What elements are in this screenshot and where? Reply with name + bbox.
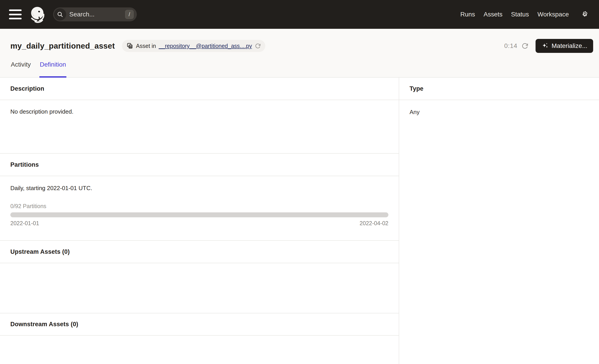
- reload-repository-icon[interactable]: [255, 43, 261, 49]
- repository-file-link[interactable]: __repository__@partitioned_ass....py: [159, 43, 252, 49]
- top-navbar: / Runs Assets Status Workspace: [0, 0, 599, 29]
- description-section-header: Description: [0, 78, 399, 100]
- partitions-section-body: Daily, starting 2022-01-01 UTC. 0/92 Par…: [0, 176, 399, 241]
- upstream-section-body: [0, 263, 399, 313]
- nav-link-assets[interactable]: Assets: [484, 11, 502, 18]
- partition-range-end: 2022-04-02: [360, 220, 388, 226]
- top-nav-links: Runs Assets Status Workspace: [460, 11, 589, 18]
- refresh-countdown: 0:14: [504, 42, 518, 50]
- downstream-section-header: Downstream Assets (0): [0, 313, 399, 336]
- partitions-date-range: 2022-01-01 2022-04-02: [10, 220, 388, 226]
- badge-prefix-label: Asset in: [136, 43, 156, 49]
- refresh-icon: [521, 43, 528, 50]
- partition-range-start: 2022-01-01: [10, 220, 39, 226]
- global-search[interactable]: /: [53, 8, 137, 21]
- search-input[interactable]: [66, 11, 125, 18]
- asset-tabs: Activity Definition: [10, 61, 66, 78]
- nav-link-status[interactable]: Status: [511, 11, 529, 18]
- dagster-logo[interactable]: [28, 4, 47, 25]
- repository-icon: [126, 43, 133, 49]
- partitions-summary: Daily, starting 2022-01-01 UTC.: [10, 176, 388, 192]
- downstream-section-body: [0, 336, 399, 364]
- sparkle-icon: [541, 42, 549, 50]
- hamburger-menu-icon[interactable]: [9, 9, 22, 19]
- partitions-progress-bar: [10, 212, 388, 217]
- gear-icon: [581, 11, 589, 18]
- search-shortcut-key: /: [125, 10, 134, 19]
- type-section-header: Type: [399, 78, 599, 100]
- asset-page-header: my_daily_partitioned_asset Asset in __re…: [0, 29, 599, 78]
- upstream-heading: Upstream Assets (0): [10, 248, 70, 255]
- description-section-body: No description provided.: [0, 100, 399, 154]
- tab-activity[interactable]: Activity: [10, 61, 31, 78]
- definition-content: Description No description provided. Par…: [0, 78, 599, 364]
- upstream-section-header: Upstream Assets (0): [0, 241, 399, 263]
- settings-button[interactable]: [581, 11, 589, 18]
- tab-definition[interactable]: Definition: [39, 61, 67, 78]
- materialize-button-label: Materialize...: [552, 42, 587, 50]
- partitions-section-header: Partitions: [0, 154, 399, 176]
- partitions-heading: Partitions: [10, 161, 39, 168]
- type-heading: Type: [410, 85, 423, 92]
- description-heading: Description: [10, 85, 44, 92]
- downstream-heading: Downstream Assets (0): [10, 321, 78, 328]
- type-section-body: Any: [399, 100, 599, 364]
- search-icon: [54, 8, 66, 20]
- definition-right-column: Type Any: [399, 78, 599, 364]
- definition-left-column: Description No description provided. Par…: [0, 78, 399, 364]
- description-text: No description provided.: [10, 100, 388, 115]
- materialize-button[interactable]: Materialize...: [536, 39, 593, 53]
- dagster-octopus-icon: [28, 4, 47, 25]
- type-value: Any: [410, 109, 589, 116]
- nav-link-workspace[interactable]: Workspace: [537, 11, 569, 18]
- page-title: my_daily_partitioned_asset: [10, 41, 115, 50]
- refresh-button[interactable]: [521, 43, 528, 50]
- asset-origin-badge: Asset in __repository__@partitioned_ass.…: [122, 40, 265, 52]
- partitions-progress-label: 0/92 Partitions: [10, 203, 388, 209]
- nav-link-runs[interactable]: Runs: [460, 11, 475, 18]
